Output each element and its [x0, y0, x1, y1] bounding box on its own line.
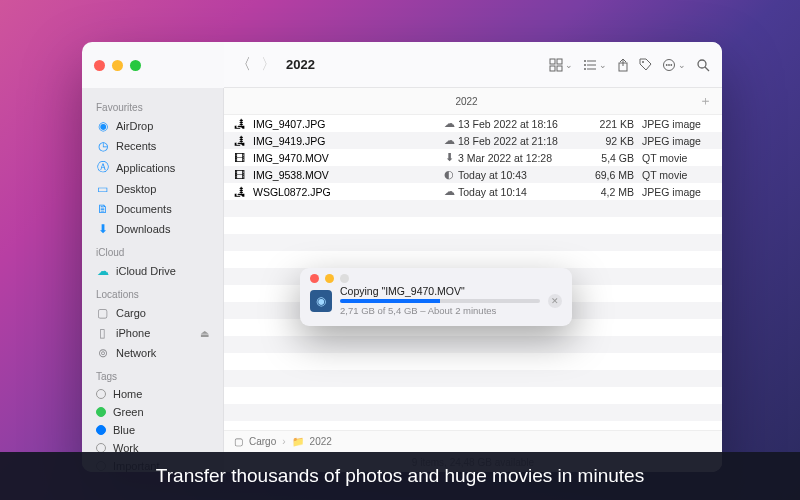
file-name: IMG_9538.MOV [253, 169, 329, 181]
sidebar: Favourites ◉AirDrop ◷Recents ⒶApplicatio… [82, 88, 224, 472]
file-size: 5,4 GB [586, 152, 642, 164]
sidebar-item-icloud-drive[interactable]: ☁iCloud Drive [82, 261, 223, 281]
zoom-disabled-icon [340, 274, 349, 283]
close-icon[interactable] [310, 274, 319, 283]
table-row[interactable]: 🏞IMG_9419.JPG☁18 Feb 2022 at 21:1892 KBJ… [224, 132, 722, 149]
table-row [224, 404, 722, 421]
file-name: IMG_9407.JPG [253, 118, 325, 130]
sidebar-item-network[interactable]: ⊚Network [82, 343, 223, 363]
file-icon: 🎞 [234, 152, 247, 164]
minimize-icon[interactable] [325, 274, 334, 283]
svg-point-16 [698, 60, 706, 68]
copy-progress-dialog: ◉ Copying "IMG_9470.MOV" 2,71 GB of 5,4 … [300, 268, 572, 326]
copy-subtitle: 2,71 GB of 5,4 GB – About 2 minutes [340, 305, 540, 316]
apps-icon: Ⓐ [96, 159, 109, 176]
minimize-icon[interactable] [112, 60, 123, 71]
table-row[interactable]: 🏞WSGL0872.JPG☁Today at 10:144,2 MBJPEG i… [224, 183, 722, 200]
sidebar-item-recents[interactable]: ◷Recents [82, 136, 223, 156]
cloud-status-icon: ☁ [440, 134, 458, 147]
svg-line-17 [705, 67, 709, 71]
table-row [224, 370, 722, 387]
view-grid-icon[interactable]: ⌄ [549, 58, 573, 72]
folder-icon: 📁 [292, 436, 304, 447]
file-date: Today at 10:43 [458, 169, 586, 181]
group-icon[interactable]: ⌄ [583, 59, 607, 71]
file-date: Today at 10:14 [458, 186, 586, 198]
forward-button[interactable]: 〉 [261, 55, 276, 74]
file-icon: 🏞 [234, 135, 247, 147]
svg-point-9 [584, 68, 586, 70]
drive-icon: ▢ [96, 306, 109, 320]
copy-title: Copying "IMG_9470.MOV" [340, 285, 540, 297]
table-row [224, 234, 722, 251]
table-row [224, 353, 722, 370]
finder-window: 〈 〉 2022 ⌄ ⌄ ⌄ Favourites ◉AirDrop ◷Rece… [82, 42, 722, 472]
file-kind: JPEG image [642, 118, 712, 130]
drive-icon: ▢ [234, 436, 243, 447]
file-size: 221 KB [586, 118, 642, 130]
marketing-caption: Transfer thousands of photos and huge mo… [0, 452, 800, 500]
file-kind: QT movie [642, 152, 712, 164]
sidebar-item-airdrop[interactable]: ◉AirDrop [82, 116, 223, 136]
sidebar-item-cargo[interactable]: ▢Cargo [82, 303, 223, 323]
file-name: IMG_9419.JPG [253, 135, 325, 147]
cancel-copy-button[interactable]: ✕ [548, 294, 562, 308]
path-bar[interactable]: ▢ Cargo › 📁 2022 [224, 430, 722, 452]
sidebar-section-locations: Locations [82, 281, 223, 303]
add-column-icon[interactable]: ＋ [699, 92, 712, 110]
svg-point-15 [670, 64, 672, 66]
sidebar-section-favourites: Favourites [82, 94, 223, 116]
sidebar-item-iphone[interactable]: ▯iPhone⏏ [82, 323, 223, 343]
sidebar-item-desktop[interactable]: ▭Desktop [82, 179, 223, 199]
table-row[interactable]: 🏞IMG_9407.JPG☁13 Feb 2022 at 18:16221 KB… [224, 115, 722, 132]
sidebar-item-applications[interactable]: ⒶApplications [82, 156, 223, 179]
table-row [224, 251, 722, 268]
svg-rect-0 [550, 59, 555, 64]
action-icon[interactable]: ⌄ [662, 58, 686, 72]
titlebar: 〈 〉 2022 ⌄ ⌄ ⌄ [82, 42, 722, 88]
file-size: 4,2 MB [586, 186, 642, 198]
svg-rect-3 [557, 66, 562, 71]
file-size: 69,6 MB [586, 169, 642, 181]
svg-point-14 [668, 64, 670, 66]
sidebar-item-documents[interactable]: 🗎Documents [82, 199, 223, 219]
documents-icon: 🗎 [96, 202, 109, 216]
table-row[interactable]: 🎞IMG_9470.MOV⬇3 Mar 2022 at 12:285,4 GBQ… [224, 149, 722, 166]
tag-icon[interactable] [639, 58, 652, 71]
cloud-icon: ☁ [96, 264, 109, 278]
table-row [224, 200, 722, 217]
desktop-icon: ▭ [96, 182, 109, 196]
window-title: 2022 [286, 57, 315, 72]
table-row [224, 421, 722, 430]
sidebar-tag-green[interactable]: Green [82, 403, 223, 421]
sidebar-tag-blue[interactable]: Blue [82, 421, 223, 439]
file-kind: JPEG image [642, 186, 712, 198]
cloud-status-icon: ☁ [440, 117, 458, 130]
eject-icon[interactable]: ⏏ [200, 328, 209, 339]
search-icon[interactable] [696, 58, 710, 72]
file-date: 18 Feb 2022 at 21:18 [458, 135, 586, 147]
svg-point-11 [642, 61, 644, 63]
column-header: 2022 ＋ [224, 88, 722, 115]
close-icon[interactable] [94, 60, 105, 71]
svg-point-13 [666, 64, 668, 66]
sidebar-item-downloads[interactable]: ⬇Downloads [82, 219, 223, 239]
table-row [224, 217, 722, 234]
tag-dot-icon [96, 407, 106, 417]
table-row [224, 387, 722, 404]
zoom-icon[interactable] [130, 60, 141, 71]
file-size: 92 KB [586, 135, 642, 147]
share-icon[interactable] [617, 58, 629, 72]
svg-rect-2 [550, 66, 555, 71]
file-movie-icon: ◉ [310, 290, 332, 312]
file-name: IMG_9470.MOV [253, 152, 329, 164]
file-icon: 🏞 [234, 118, 247, 130]
sidebar-tag-home[interactable]: Home [82, 385, 223, 403]
file-date: 3 Mar 2022 at 12:28 [458, 152, 586, 164]
file-kind: JPEG image [642, 135, 712, 147]
airdrop-icon: ◉ [96, 119, 109, 133]
table-row[interactable]: 🎞IMG_9538.MOV◐Today at 10:4369,6 MBQT mo… [224, 166, 722, 183]
downloads-icon: ⬇ [96, 222, 109, 236]
back-button[interactable]: 〈 [236, 55, 251, 74]
cloud-status-icon: ⬇ [440, 151, 458, 164]
